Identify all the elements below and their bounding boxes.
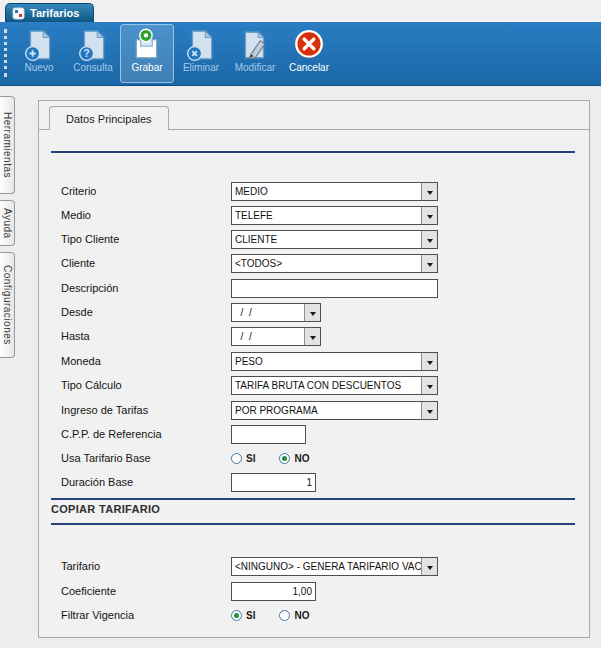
ingreso-tarifas-select[interactable]: POR PROGRAMA [231, 401, 438, 420]
section-divider [51, 523, 575, 525]
copiar-tarifario-heading: COPIAR TARIFARIO [51, 503, 160, 515]
cancelar-button[interactable]: Cancelar [282, 24, 336, 83]
field-duracion-base: Duración Base [61, 472, 316, 492]
chevron-down-icon [421, 402, 437, 419]
sidebar-tab-ayuda[interactable]: Ayuda [0, 200, 15, 246]
ingreso-tarifas-label: Ingreso de Tarifas [61, 404, 231, 416]
descripcion-input[interactable] [231, 279, 438, 298]
delete-document-icon [184, 28, 218, 62]
field-descripcion: Descripción [61, 278, 438, 298]
svg-text:?: ? [84, 48, 90, 59]
nuevo-label: Nuevo [25, 62, 54, 73]
duracion-base-input[interactable] [231, 473, 316, 492]
field-usa-tarifario-base: Usa Tarifario Base SI NO [61, 448, 333, 468]
medio-value: TELEFE [232, 207, 421, 224]
tipo-calculo-select[interactable]: TARIFA BRUTA CON DESCUENTOS [231, 376, 438, 395]
radio-circle [231, 453, 242, 464]
field-criterio: Criterio MEDIO [61, 181, 438, 201]
tab-datos-principales[interactable]: Datos Principales [49, 106, 169, 130]
descripcion-label: Descripción [61, 282, 231, 294]
window-tab-label: Tarifarios [30, 7, 79, 19]
field-filtrar-vigencia: Filtrar Vigencia SI NO [61, 605, 333, 625]
tab-datos-principales-label: Datos Principales [66, 113, 152, 125]
field-tipo-cliente: Tipo Cliente CLIENTE [61, 229, 438, 249]
field-cpp-referencia: C.P.P. de Referencia [61, 424, 306, 444]
edit-document-icon [238, 28, 272, 62]
chevron-down-icon [304, 328, 320, 345]
cliente-select[interactable]: <TODOS> [231, 254, 438, 273]
section-divider [51, 151, 575, 153]
radio-si-label: SI [246, 610, 255, 621]
field-tarifario: Tarifario <NINGUNO> - GENERA TARIFARIO V… [61, 556, 438, 576]
medio-label: Medio [61, 209, 231, 221]
duracion-base-label: Duración Base [61, 476, 231, 488]
tipo-cliente-value: CLIENTE [232, 231, 421, 248]
consulta-button[interactable]: ? Consulta [66, 24, 120, 83]
chevron-down-icon [421, 377, 437, 394]
filtrar-vigencia-no-radio[interactable]: NO [279, 610, 309, 621]
new-document-icon [22, 28, 56, 62]
chevron-down-icon [304, 304, 320, 321]
chevron-down-icon [421, 183, 437, 200]
tarifario-select[interactable]: <NINGUNO> - GENERA TARIFARIO VACI [231, 557, 438, 576]
criterio-select[interactable]: MEDIO [231, 182, 438, 201]
chevron-down-icon [421, 353, 437, 370]
tipo-calculo-value: TARIFA BRUTA CON DESCUENTOS [232, 377, 421, 394]
desde-date-select[interactable]: / / [231, 303, 321, 322]
field-desde: Desde / / [61, 302, 321, 322]
cancel-icon [292, 28, 326, 62]
cliente-value: <TODOS> [232, 255, 421, 272]
usa-base-si-radio[interactable]: SI [231, 453, 255, 464]
sidebar-tab-herramientas[interactable]: Herramientas [0, 96, 15, 194]
coeficiente-label: Coeficiente [61, 585, 231, 597]
moneda-value: PESO [232, 353, 421, 370]
chevron-down-icon [421, 231, 437, 248]
sidebar-tab-configuraciones[interactable]: Configuraciones [0, 252, 15, 358]
tipo-cliente-label: Tipo Cliente [61, 233, 231, 245]
consulta-label: Consulta [73, 62, 112, 73]
coeficiente-input[interactable] [231, 582, 316, 601]
radio-si-label: SI [246, 453, 255, 464]
hasta-date-select[interactable]: / / [231, 327, 321, 346]
sidebar-tab-label: Ayuda [2, 208, 13, 239]
field-coeficiente: Coeficiente [61, 581, 316, 601]
radio-no-label: NO [294, 610, 309, 621]
usa-base-no-radio[interactable]: NO [279, 453, 309, 464]
filtrar-vigencia-si-radio[interactable]: SI [231, 610, 255, 621]
usa-tarifario-base-label: Usa Tarifario Base [61, 452, 231, 464]
cpp-referencia-label: C.P.P. de Referencia [61, 428, 231, 440]
desde-value: / / [232, 304, 304, 321]
hasta-label: Hasta [61, 330, 231, 342]
field-hasta: Hasta / / [61, 326, 321, 346]
medio-select[interactable]: TELEFE [231, 206, 438, 225]
modificar-button[interactable]: Modificar [228, 24, 282, 83]
app-window: Tarifarios Nuevo ? [0, 0, 601, 648]
field-ingreso-tarifas: Ingreso de Tarifas POR PROGRAMA [61, 400, 438, 420]
moneda-label: Moneda [61, 355, 231, 367]
tipo-calculo-label: Tipo Cálculo [61, 379, 231, 391]
hasta-value: / / [232, 328, 304, 345]
radio-no-label: NO [294, 453, 309, 464]
moneda-select[interactable]: PESO [231, 352, 438, 371]
filtrar-vigencia-label: Filtrar Vigencia [61, 609, 231, 621]
chevron-down-icon [421, 255, 437, 272]
grabar-label: Grabar [131, 62, 162, 73]
tipo-cliente-select[interactable]: CLIENTE [231, 230, 438, 249]
save-icon [130, 28, 164, 62]
chevron-down-icon [421, 558, 437, 575]
criterio-label: Criterio [61, 185, 231, 197]
section-divider [51, 498, 575, 500]
field-tipo-calculo: Tipo Cálculo TARIFA BRUTA CON DESCUENTOS [61, 375, 438, 395]
main-panel: Datos Principales Criterio MEDIO Medio T… [38, 100, 590, 638]
toolbar-grip-handle[interactable] [4, 29, 7, 77]
ingreso-tarifas-value: POR PROGRAMA [232, 402, 421, 419]
eliminar-button[interactable]: Eliminar [174, 24, 228, 83]
eliminar-label: Eliminar [183, 62, 219, 73]
window-tab-tarifarios[interactable]: Tarifarios [5, 3, 94, 22]
tarifario-value: <NINGUNO> - GENERA TARIFARIO VACI [232, 558, 421, 575]
field-moneda: Moneda PESO [61, 351, 438, 371]
nuevo-button[interactable]: Nuevo [12, 24, 66, 83]
cpp-referencia-input[interactable] [231, 425, 306, 444]
field-cliente: Cliente <TODOS> [61, 253, 438, 273]
grabar-button[interactable]: Grabar [120, 24, 174, 83]
